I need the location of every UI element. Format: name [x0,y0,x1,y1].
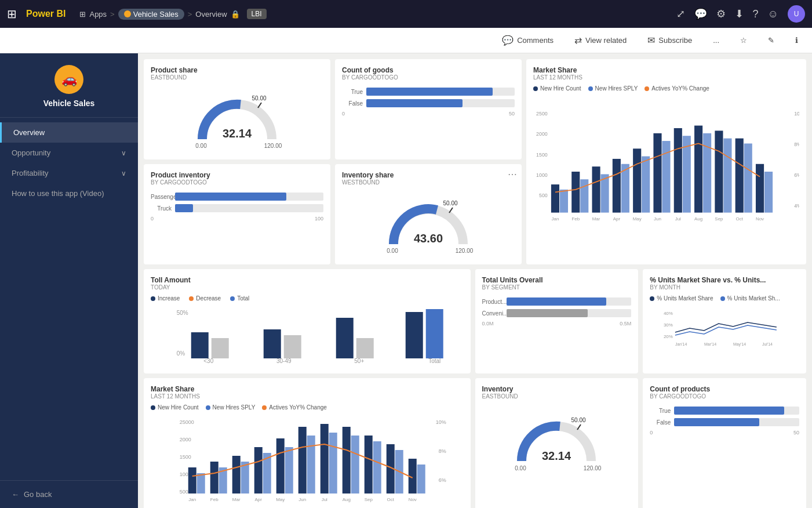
view-related-button[interactable]: ⇄ View related [570,32,631,48]
overview-breadcrumb[interactable]: Overview [195,10,227,19]
market-share-subtitle: LAST 12 MONTHS [533,74,799,81]
count-false-fill [674,418,759,426]
svg-text:120.00: 120.00 [584,465,602,471]
toll-amount-card[interactable]: Toll Amount TODAY Increase Decrease Tota… [144,269,471,373]
truck-label: Truck [151,205,172,212]
svg-text:Jan'14: Jan'14 [675,342,687,346]
bookmark-button[interactable]: ☆ [735,34,752,47]
svg-text:8%: 8% [794,141,799,147]
total-legend: Total [230,295,249,302]
conveni-fill [507,309,588,317]
nav-right-actions: ⤢ 💬 ⚙ ⬇ ? ☺ U [676,5,805,23]
svg-rect-83 [232,456,241,494]
svg-text:500: 500 [180,489,188,495]
comment-toolbar-icon: 💬 [502,35,514,46]
bottom-dot-3 [262,405,267,410]
sidebar-item-opportunity[interactable]: Opportunity ∨ [0,143,138,163]
svg-rect-21 [694,126,702,213]
units-market-subtitle: BY MONTH [650,284,799,291]
inventory-share-card[interactable]: ⋯ Inventory share WESTBOUND 43.60 0.00 1… [335,164,522,264]
svg-text:May: May [633,216,642,222]
svg-text:1500: 1500 [180,454,191,460]
expand-icon[interactable]: ⤢ [676,8,685,20]
total-units-card[interactable]: Total Units Overall BY SEGMENT Product..… [475,269,639,373]
comment-icon[interactable]: 💬 [694,8,707,20]
svg-text:Oct: Oct [736,216,744,222]
legend-dot-2 [588,86,593,91]
count-true-fill [674,407,784,415]
edit-button[interactable]: ✎ [763,34,779,47]
settings-icon[interactable]: ⚙ [716,8,726,20]
inventory-share-subtitle: WESTBOUND [342,179,515,186]
count-true-label: True [650,408,671,414]
chevron-icon: ∨ [121,149,126,157]
svg-text:Jan: Jan [552,216,559,222]
svg-rect-33 [723,139,731,213]
count-of-products-subtitle: BY CARGOODTOGO [650,393,799,400]
market-share-bottom-legend: New Hire Count New Hires SPLY Actives Yo… [151,404,464,411]
truck-fill [175,204,193,212]
svg-text:6%: 6% [794,172,799,178]
market-share-card[interactable]: Market Share LAST 12 MONTHS New Hire Cou… [526,59,806,264]
count-true-track [674,407,799,415]
svg-rect-89 [365,436,373,494]
market-share-bottom-card[interactable]: Market Share LAST 12 MONTHS New Hire Cou… [144,378,471,508]
false-label: False [342,100,363,107]
svg-rect-23 [735,139,744,213]
lbi-badge[interactable]: LBI [247,9,267,19]
product-inventory-subtitle: BY CARGOODTOGO [151,179,323,186]
units-market-share-card[interactable]: % Units Market Share vs. % Units... BY M… [643,269,806,373]
svg-text:6%: 6% [439,477,446,483]
svg-rect-22 [715,130,723,212]
count-of-products-card[interactable]: Count of products BY CARGOODTOGO True Fa… [643,378,806,508]
conveni-row: Conveni... [482,309,632,317]
svg-rect-98 [329,433,337,494]
svg-rect-29 [642,157,650,213]
info-button[interactable]: ℹ [791,34,803,47]
svg-text:4%: 4% [794,203,799,209]
svg-text:Sep: Sep [365,497,373,502]
waffle-icon[interactable]: ⊞ [7,7,17,21]
svg-text:Jun: Jun [654,216,661,222]
toll-chart-svg: 50% 0% <30 30-49 50+ Total [151,306,464,364]
sidebar-item-howto[interactable]: How to use this app (Video) [0,183,138,204]
inventory-eastbound-card[interactable]: Inventory EASTBOUND 32.14 0.00 120.00 50… [475,378,639,508]
count-of-goods-chart: True False 0 50 [342,85,515,119]
conveni-label: Conveni... [482,310,503,317]
units-legend-2: % Units Market Sh... [720,295,780,302]
bottom-legend-2: New Hires SPLY [206,404,256,411]
product-inventory-card[interactable]: Product inventory BY CARGOODTOGO Passeng… [144,164,330,264]
market-share-bottom-svg: 25000 2000 1500 1000 500 10% 8% 6% [151,415,464,502]
svg-rect-88 [343,427,351,494]
subscribe-button[interactable]: ✉ Subscribe [643,32,697,48]
inventory-eastbound-subtitle: EASTBOUND [482,393,632,400]
svg-text:120.00: 120.00 [456,248,474,254]
download-icon[interactable]: ⬇ [735,8,744,20]
legend-dot-1 [533,86,538,91]
vehicle-sales-breadcrumb[interactable]: Vehicle Sales [118,9,184,20]
more-button[interactable]: ... [708,34,724,47]
decrease-legend: Decrease [189,295,221,302]
feedback-icon[interactable]: ☺ [768,8,778,20]
sidebar-item-overview[interactable]: Overview [0,122,138,143]
apps-icon: ⊞ [79,10,86,19]
product-row: Product... [482,297,632,306]
svg-text:2500: 2500 [536,111,548,117]
count-true-row: True [650,407,799,415]
svg-text:43.60: 43.60 [414,232,443,245]
svg-text:<30: <30 [203,358,213,364]
product-share-card[interactable]: Product share EASTBOUND 32.14 0.00 120.0… [144,59,330,159]
go-back-button[interactable]: ← Go back [12,490,126,499]
apps-label[interactable]: Apps [89,10,107,19]
svg-text:Mar: Mar [232,497,241,502]
product-inventory-chart: Passenger Truck 0 100 [151,190,323,224]
svg-rect-96 [285,447,293,494]
sidebar-item-profitability[interactable]: Profitability ∨ [0,163,138,183]
avatar[interactable]: U [788,5,805,23]
svg-text:50.00: 50.00 [443,200,457,206]
card-menu-button[interactable]: ⋯ [508,169,517,180]
svg-rect-19 [653,133,661,213]
help-icon[interactable]: ? [753,8,759,20]
count-of-goods-card[interactable]: Count of goods BY CARGOODTOGO True False… [335,59,522,159]
comments-button[interactable]: 💬 Comments [497,32,558,48]
